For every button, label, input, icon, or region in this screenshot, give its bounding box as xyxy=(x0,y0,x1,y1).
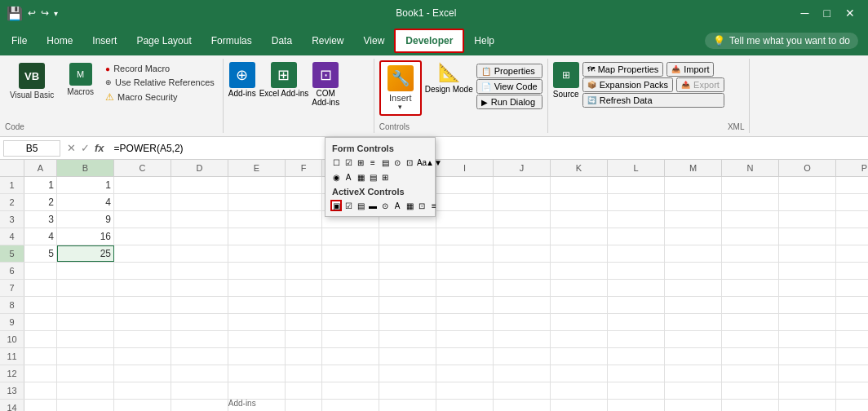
col-header-K[interactable]: K xyxy=(551,160,608,176)
close-button[interactable]: ✕ xyxy=(839,5,861,21)
cell-O2[interactable] xyxy=(779,194,836,210)
cell-B5[interactable]: 25 xyxy=(57,245,114,262)
cell-O3[interactable] xyxy=(779,211,836,228)
form-ctrl-spinner[interactable]: ▲▼ xyxy=(428,157,440,168)
col-header-M[interactable]: M xyxy=(665,160,722,176)
cell-A3[interactable]: 3 xyxy=(24,211,57,228)
formula-input[interactable] xyxy=(111,141,865,156)
menu-formulas[interactable]: Formulas xyxy=(202,30,262,51)
cell-G5[interactable] xyxy=(322,245,379,262)
macros-button[interactable]: M Macros xyxy=(62,60,99,99)
cell-I1[interactable] xyxy=(436,177,494,193)
cell-P4[interactable] xyxy=(836,228,868,245)
menu-help[interactable]: Help xyxy=(464,30,504,51)
window-buttons[interactable]: ─ □ ✕ xyxy=(795,5,861,21)
cell-O1[interactable] xyxy=(779,177,836,193)
cell-I5[interactable] xyxy=(436,245,494,262)
use-relative-button[interactable]: ⊕ Use Relative References xyxy=(102,76,218,89)
cell-M3[interactable] xyxy=(665,211,722,228)
minimize-button[interactable]: ─ xyxy=(795,5,816,21)
cell-K5[interactable] xyxy=(551,245,608,262)
cell-C3[interactable] xyxy=(114,211,171,228)
cell-P3[interactable] xyxy=(836,211,868,228)
cell-L5[interactable] xyxy=(608,245,665,262)
cell-B6[interactable] xyxy=(57,263,114,279)
cell-E4[interactable] xyxy=(228,228,286,245)
form-ctrl-4[interactable]: ▦ xyxy=(355,171,366,183)
form-ctrl-5[interactable]: ▤ xyxy=(367,171,379,183)
cell-M1[interactable] xyxy=(665,177,722,193)
menu-data[interactable]: Data xyxy=(262,30,302,51)
col-header-P[interactable]: P xyxy=(836,160,868,176)
form-ctrl-6[interactable]: ⊞ xyxy=(379,171,391,183)
cell-B3[interactable]: 9 xyxy=(57,211,114,228)
cell-A1[interactable]: 1 xyxy=(24,177,57,193)
insert-button[interactable]: 🔧 Insert ▾ xyxy=(379,60,422,116)
activex-ctrl-7[interactable]: ▦ xyxy=(404,200,415,211)
col-header-O[interactable]: O xyxy=(779,160,836,176)
cell-D4[interactable] xyxy=(171,228,228,245)
cell-J3[interactable] xyxy=(494,211,551,228)
form-ctrl-scroll[interactable]: ▤ xyxy=(379,157,391,168)
col-header-I[interactable]: I xyxy=(436,160,494,176)
menu-home[interactable]: Home xyxy=(37,30,82,51)
col-header-L[interactable]: L xyxy=(608,160,665,176)
cell-F1[interactable] xyxy=(286,177,322,193)
cell-A5[interactable]: 5 xyxy=(24,245,57,262)
cell-M4[interactable] xyxy=(665,228,722,245)
cell-L3[interactable] xyxy=(608,211,665,228)
redo-icon[interactable]: ↪ xyxy=(41,7,49,19)
properties-button[interactable]: 📋 Properties xyxy=(476,64,542,78)
cell-P5[interactable] xyxy=(836,245,868,262)
cell-reference-input[interactable] xyxy=(3,140,60,157)
cell-K2[interactable] xyxy=(551,194,608,210)
confirm-icon[interactable]: ✓ xyxy=(81,142,90,154)
cell-N1[interactable] xyxy=(722,177,779,193)
col-header-J[interactable]: J xyxy=(494,160,551,176)
insert-dropdown-arrow[interactable]: ▾ xyxy=(398,103,402,111)
cell-N2[interactable] xyxy=(722,194,779,210)
cell-L1[interactable] xyxy=(608,177,665,193)
cell-F2[interactable] xyxy=(286,194,322,210)
activex-ctrl-9[interactable]: ≡ xyxy=(428,200,440,211)
run-dialog-button[interactable]: ▶ Run Dialog xyxy=(476,95,542,109)
cell-J2[interactable] xyxy=(494,194,551,210)
menu-file[interactable]: File xyxy=(2,30,37,51)
form-ctrl-groupbox[interactable]: ⊡ xyxy=(404,157,415,168)
menu-page-layout[interactable]: Page Layout xyxy=(126,30,201,51)
cell-C2[interactable] xyxy=(114,194,171,210)
cell-B4[interactable]: 16 xyxy=(57,228,114,245)
cell-J4[interactable] xyxy=(494,228,551,245)
activex-ctrl-6[interactable]: A xyxy=(392,200,403,211)
record-macro-button[interactable]: ● Record Macro xyxy=(102,62,218,75)
activex-ctrl-1[interactable]: ▣ xyxy=(330,200,342,211)
menu-view[interactable]: View xyxy=(354,30,395,51)
menu-review[interactable]: Review xyxy=(302,30,353,51)
function-icon[interactable]: fx xyxy=(95,142,104,154)
cell-M5[interactable] xyxy=(665,245,722,262)
activex-ctrl-8[interactable]: ⊡ xyxy=(416,200,427,211)
col-header-A[interactable]: A xyxy=(24,160,57,176)
cell-O4[interactable] xyxy=(779,228,836,245)
cell-D1[interactable] xyxy=(171,177,228,193)
activex-ctrl-5[interactable]: ⊙ xyxy=(379,200,391,211)
cell-J5[interactable] xyxy=(494,245,551,262)
view-code-button[interactable]: 📄 View Code xyxy=(476,79,542,94)
refresh-data-button[interactable]: 🔄 Refresh Data xyxy=(582,93,724,108)
maximize-button[interactable]: □ xyxy=(817,5,837,21)
cell-E2[interactable] xyxy=(228,194,286,210)
cell-A4[interactable]: 4 xyxy=(24,228,57,245)
col-header-B[interactable]: B xyxy=(57,160,114,176)
cell-D2[interactable] xyxy=(171,194,228,210)
title-bar-controls[interactable]: 💾 ↩ ↪ ▾ xyxy=(7,6,58,21)
cancel-icon[interactable]: ✕ xyxy=(67,142,76,154)
cell-P2[interactable] xyxy=(836,194,868,210)
cell-G4[interactable] xyxy=(322,228,379,245)
cell-C4[interactable] xyxy=(114,228,171,245)
cell-C5[interactable] xyxy=(114,245,171,262)
tell-me-box[interactable]: 💡 Tell me what you want to do xyxy=(705,33,858,49)
map-properties-button[interactable]: 🗺 Map Properties xyxy=(582,62,664,77)
form-ctrl-3[interactable]: A xyxy=(343,171,354,183)
cell-B2[interactable]: 4 xyxy=(57,194,114,210)
cell-N3[interactable] xyxy=(722,211,779,228)
